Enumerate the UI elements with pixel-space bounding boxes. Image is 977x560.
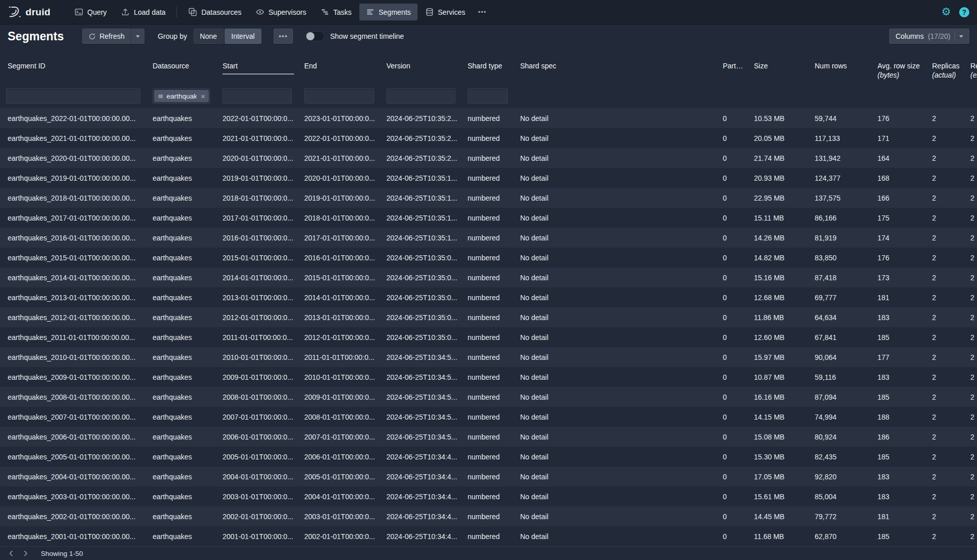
cell-replication-factor: 2 (965, 447, 977, 467)
table-row[interactable]: earthquakes_2004-01-01T00:00:00.00... ea… (0, 467, 977, 486)
settings-gear-icon[interactable]: ⚙ (941, 7, 951, 17)
column-header-end[interactable]: End (299, 48, 381, 84)
cell-end: 2016-01-01T00:00:0... (299, 248, 381, 267)
druid-logo[interactable]: druid (8, 6, 51, 19)
column-header-shard-type[interactable]: Shard type (462, 48, 515, 84)
table-row[interactable]: earthquakes_2012-01-01T00:00:00.00... ea… (0, 307, 977, 327)
filter-version-input[interactable] (386, 88, 455, 104)
remove-filter-icon[interactable]: × (200, 92, 205, 101)
datasource-filter-tag[interactable]: ≡ earthquakes × (154, 90, 209, 102)
button-divider (955, 32, 955, 41)
nav-item-tasks[interactable]: Tasks (314, 4, 358, 20)
cell-segment-id: earthquakes_2010-01-01T00:00:00.00... (0, 347, 148, 367)
more-actions-button[interactable]: ••• (274, 29, 293, 44)
cell-replicas: 2 (927, 148, 965, 168)
previous-page-button[interactable] (4, 547, 18, 559)
cell-avg-row-size: 176 (872, 248, 927, 267)
cell-shard-type: numbered (462, 407, 515, 427)
header-row: Segment ID Datasource Start End Version … (0, 48, 977, 84)
cell-size: 10.53 MB (749, 108, 810, 128)
table-row[interactable]: earthquakes_2016-01-01T00:00:00.00... ea… (0, 228, 977, 248)
segments-tbody: earthquakes_2022-01-01T00:00:00.00... ea… (0, 108, 977, 546)
cell-end: 2006-01-01T00:00:0... (299, 447, 381, 467)
filter-start-input[interactable] (223, 88, 292, 104)
cell-partition: 0 (718, 486, 749, 506)
nav-item-segments[interactable]: Segments (359, 4, 418, 20)
cell-start: 2001-01-01T00:00:0... (217, 526, 299, 546)
table-row[interactable]: earthquakes_2018-01-01T00:00:00.00... ea… (0, 188, 977, 208)
table-row[interactable]: earthquakes_2019-01-01T00:00:00.00... ea… (0, 168, 977, 188)
cell-shard-type: numbered (462, 248, 515, 267)
cell-partition: 0 (718, 287, 749, 307)
cell-shard-spec: No detail (515, 267, 718, 287)
cell-start: 2015-01-01T00:00:0... (217, 248, 299, 267)
column-header-replicas[interactable]: Replicas (actual) (927, 48, 965, 84)
column-header-num-rows[interactable]: Num rows (810, 48, 872, 84)
cell-replication-factor: 2 (965, 347, 977, 367)
table-row[interactable]: earthquakes_2010-01-01T00:00:00.00... ea… (0, 347, 977, 367)
table-row[interactable]: earthquakes_2002-01-01T00:00:00.00... ea… (0, 506, 977, 526)
column-header-shard-spec[interactable]: Shard spec (515, 48, 718, 84)
nav-item-query[interactable]: Query (68, 4, 113, 20)
table-row[interactable]: earthquakes_2005-01-01T00:00:00.00... ea… (0, 447, 977, 467)
table-row[interactable]: earthquakes_2008-01-01T00:00:00.00... ea… (0, 387, 977, 407)
table-row[interactable]: earthquakes_2017-01-01T00:00:00.00... ea… (0, 208, 977, 228)
filter-end-input[interactable] (304, 88, 374, 104)
table-row[interactable]: earthquakes_2003-01-01T00:00:00.00... ea… (0, 486, 977, 506)
cell-replication-factor: 2 (965, 427, 977, 447)
cell-replication-factor: 2 (965, 267, 977, 287)
column-header-avg-row-size[interactable]: Avg. row size (bytes) (872, 48, 927, 84)
cell-segment-id: earthquakes_2001-01-01T00:00:00.00... (0, 526, 148, 546)
columns-button[interactable]: Columns (17/20) (889, 29, 969, 44)
filter-segment-id-input[interactable] (6, 88, 140, 104)
nav-item-datasources[interactable]: Datasources (182, 4, 248, 20)
cell-datasource: earthquakes (148, 407, 217, 427)
cell-segment-id: earthquakes_2005-01-01T00:00:00.00... (0, 447, 148, 467)
table-row[interactable]: earthquakes_2021-01-01T00:00:00.00... ea… (0, 128, 977, 148)
cell-version: 2024-06-25T10:34:5... (381, 367, 462, 387)
column-header-datasource[interactable]: Datasource (148, 48, 217, 84)
segment-timeline-toggle[interactable] (305, 31, 325, 41)
table-row[interactable]: earthquakes_2001-01-01T00:00:00.00... ea… (0, 526, 977, 546)
table-row[interactable]: earthquakes_2014-01-01T00:00:00.00... ea… (0, 267, 977, 287)
nav-item-services[interactable]: Services (419, 4, 472, 20)
column-header-replication-factor[interactable]: Replication factor (expected) (965, 48, 977, 84)
filter-shard-type-input[interactable] (468, 88, 508, 104)
column-header-version[interactable]: Version (381, 48, 462, 84)
table-row[interactable]: earthquakes_2015-01-01T00:00:00.00... ea… (0, 248, 977, 267)
table-row[interactable]: earthquakes_2007-01-01T00:00:00.00... ea… (0, 407, 977, 427)
segments-toolbar: Segments Refresh Group by None Interval … (0, 25, 977, 48)
nav-item-load-data[interactable]: Load data (114, 4, 172, 20)
cell-segment-id: earthquakes_2012-01-01T00:00:00.00... (0, 307, 148, 327)
table-row[interactable]: earthquakes_2006-01-01T00:00:00.00... ea… (0, 427, 977, 447)
cell-start: 2014-01-01T00:00:0... (217, 267, 299, 287)
cell-end: 2017-01-01T00:00:0... (299, 228, 381, 248)
table-row[interactable]: earthquakes_2022-01-01T00:00:00.00... ea… (0, 108, 977, 128)
table-row[interactable]: earthquakes_2011-01-01T00:00:00.00... ea… (0, 327, 977, 347)
cell-size: 17.05 MB (749, 467, 810, 486)
help-icon[interactable]: ? (959, 7, 969, 17)
table-row[interactable]: earthquakes_2013-01-01T00:00:00.00... ea… (0, 287, 977, 307)
cell-avg-row-size: 168 (872, 168, 927, 188)
column-header-segment-id[interactable]: Segment ID (0, 48, 148, 84)
nav-item-supervisors[interactable]: Supervisors (249, 4, 313, 20)
cell-num-rows: 137,575 (810, 188, 872, 208)
column-header-start[interactable]: Start (217, 48, 299, 84)
column-header-partition[interactable]: Partition (718, 48, 749, 84)
refresh-button[interactable]: Refresh (82, 29, 131, 44)
cell-start: 2011-01-01T00:00:0... (217, 327, 299, 347)
table-row[interactable]: earthquakes_2009-01-01T00:00:00.00... ea… (0, 367, 977, 387)
column-header-size[interactable]: Size (749, 48, 810, 84)
group-by-none-button[interactable]: None (193, 29, 224, 44)
filter-datasource-input[interactable]: ≡ earthquakes × (153, 88, 210, 104)
cell-replicas: 2 (927, 407, 965, 427)
refresh-dropdown-button[interactable] (131, 29, 144, 44)
group-by-interval-button[interactable]: Interval (225, 29, 261, 44)
cell-replication-factor: 2 (965, 148, 977, 168)
table-row[interactable]: earthquakes_2020-01-01T00:00:00.00... ea… (0, 148, 977, 168)
nav-more-button[interactable]: ••• (473, 4, 492, 20)
cell-partition: 0 (718, 307, 749, 327)
next-page-button[interactable] (18, 547, 33, 559)
cell-version: 2024-06-25T10:35:0... (381, 327, 462, 347)
cell-datasource: earthquakes (148, 148, 217, 168)
